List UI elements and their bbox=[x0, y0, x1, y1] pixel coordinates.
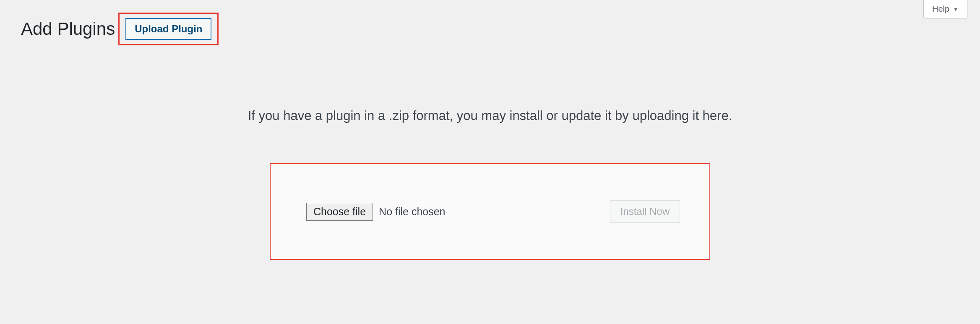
file-input-area: Choose file No file chosen bbox=[306, 203, 446, 221]
upload-plugin-highlight: Upload Plugin bbox=[118, 13, 219, 45]
upload-instruction-text: If you have a plugin in a .zip format, y… bbox=[0, 108, 980, 123]
help-label: Help bbox=[932, 4, 949, 14]
upload-panel: Choose file No file chosen Install Now bbox=[270, 163, 710, 260]
caret-down-icon: ▼ bbox=[953, 6, 959, 13]
install-now-button[interactable]: Install Now bbox=[610, 200, 680, 223]
help-tab[interactable]: Help ▼ bbox=[923, 0, 967, 18]
choose-file-button[interactable]: Choose file bbox=[306, 203, 373, 221]
upload-panel-wrapper: Choose file No file chosen Install Now bbox=[0, 163, 980, 260]
page-header: Add Plugins Upload Plugin bbox=[0, 0, 980, 45]
upload-plugin-button[interactable]: Upload Plugin bbox=[125, 18, 211, 40]
page-title: Add Plugins bbox=[21, 19, 115, 39]
file-status-text: No file chosen bbox=[379, 206, 445, 218]
